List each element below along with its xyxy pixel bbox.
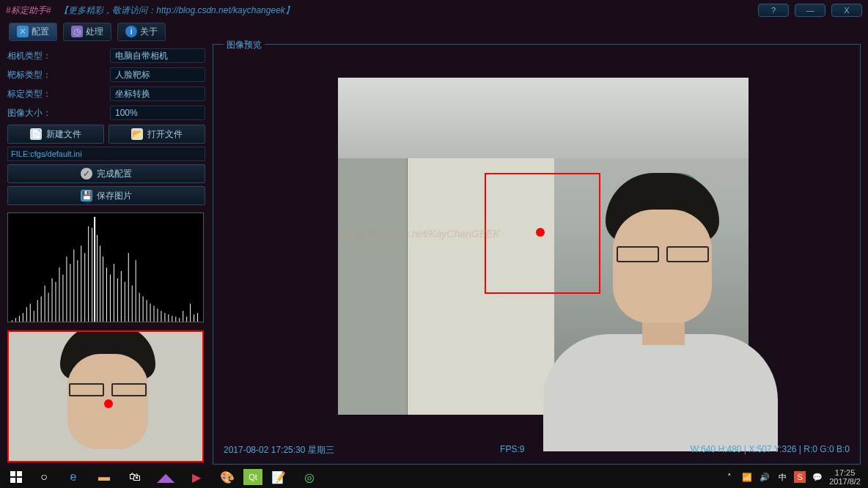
svg-rect-1 bbox=[12, 320, 12, 322]
svg-rect-12 bbox=[52, 278, 53, 322]
app-icon-1[interactable]: ▶ bbox=[182, 467, 211, 487]
open-file-icon: 📂 bbox=[131, 128, 143, 140]
face-point-icon bbox=[104, 399, 113, 408]
save-image-button[interactable]: 💾 保存图片 bbox=[7, 186, 205, 205]
histogram-display bbox=[7, 212, 204, 322]
svg-rect-19 bbox=[77, 260, 78, 322]
svg-rect-4 bbox=[23, 313, 23, 322]
svg-rect-28 bbox=[106, 267, 107, 322]
svg-rect-40 bbox=[150, 303, 151, 322]
toolbar: ✕ 配置 ◷ 处理 i 关于 bbox=[0, 21, 868, 42]
new-file-button[interactable]: 📄 新建文件 bbox=[7, 125, 104, 144]
edge-icon[interactable]: e bbox=[59, 467, 88, 487]
config-tab[interactable]: ✕ 配置 bbox=[9, 23, 57, 41]
new-file-label: 新建文件 bbox=[46, 128, 81, 141]
taskbar-clock[interactable]: 17:25 2017/8/2 bbox=[829, 468, 861, 486]
svg-rect-7 bbox=[34, 311, 34, 322]
status-bar: 2017-08-02 17:25:30 星期三 FPS:9 W:640 H:48… bbox=[224, 444, 850, 456]
svg-rect-11 bbox=[48, 293, 49, 322]
wifi-icon[interactable]: 📶 bbox=[741, 471, 753, 483]
process-tab[interactable]: ◷ 处理 bbox=[63, 23, 111, 41]
clock-time: 17:25 bbox=[829, 468, 861, 477]
config-tab-label: 配置 bbox=[32, 26, 49, 38]
process-icon: ◷ bbox=[71, 26, 83, 37]
svg-rect-41 bbox=[154, 306, 155, 322]
sogou-icon[interactable]: S bbox=[794, 471, 806, 483]
svg-rect-34 bbox=[128, 253, 129, 322]
svg-rect-42 bbox=[157, 308, 158, 322]
watermark: http://blog.csdn.net/KayChanGEEK bbox=[339, 228, 500, 240]
preview-panel: 图像预览 http://blog.csdn.net/KayChanGEEK 20… bbox=[213, 44, 861, 465]
status-fps: FPS:9 bbox=[500, 444, 524, 456]
svg-rect-26 bbox=[100, 245, 100, 322]
help-button[interactable]: ? bbox=[758, 4, 789, 17]
target-type-select[interactable]: 人脸靶标 bbox=[110, 67, 205, 82]
store-icon[interactable]: 🛍 bbox=[120, 467, 150, 487]
open-file-button[interactable]: 📂 打开文件 bbox=[108, 125, 205, 144]
svg-rect-17 bbox=[70, 264, 70, 322]
tray-up-icon[interactable]: ˄ bbox=[724, 471, 735, 483]
notepad-icon[interactable]: 📝 bbox=[264, 467, 293, 487]
svg-rect-56 bbox=[10, 478, 15, 483]
about-tab-label: 关于 bbox=[140, 26, 158, 38]
about-tab[interactable]: i 关于 bbox=[117, 23, 166, 41]
image-size-label: 图像大小： bbox=[7, 107, 110, 119]
preview-title: 图像预览 bbox=[224, 39, 265, 51]
face-thumbnail bbox=[7, 330, 204, 462]
status-info: W:640 H:480 | X:507 Y:326 | R:0 G:0 B:0 bbox=[691, 444, 850, 456]
svg-rect-39 bbox=[147, 300, 147, 322]
svg-rect-37 bbox=[139, 293, 140, 322]
open-file-label: 打开文件 bbox=[147, 128, 183, 141]
ime-icon[interactable]: 中 bbox=[776, 471, 788, 483]
svg-rect-32 bbox=[121, 271, 122, 322]
svg-rect-51 bbox=[190, 303, 191, 322]
colorwheel-icon[interactable]: 🎨 bbox=[213, 467, 242, 487]
minimize-button[interactable]: — bbox=[795, 4, 825, 17]
calib-type-select[interactable]: 坐标转换 bbox=[110, 86, 205, 101]
cortana-icon[interactable]: ○ bbox=[31, 467, 57, 487]
app-title: #标定助手# bbox=[6, 4, 51, 17]
svg-rect-46 bbox=[172, 316, 172, 322]
action-center-icon[interactable]: 💬 bbox=[812, 471, 823, 483]
svg-rect-50 bbox=[186, 317, 187, 322]
svg-rect-15 bbox=[62, 275, 63, 322]
svg-rect-6 bbox=[30, 303, 31, 322]
svg-rect-55 bbox=[17, 471, 22, 476]
svg-rect-48 bbox=[179, 318, 180, 322]
svg-rect-36 bbox=[136, 260, 136, 322]
start-button[interactable] bbox=[3, 467, 29, 487]
app-icon-2[interactable]: ◎ bbox=[295, 467, 324, 487]
svg-rect-35 bbox=[132, 286, 133, 322]
svg-rect-49 bbox=[183, 311, 183, 322]
svg-rect-9 bbox=[41, 296, 42, 322]
svg-rect-22 bbox=[88, 226, 89, 322]
finish-config-label: 完成配置 bbox=[97, 168, 132, 180]
svg-rect-24 bbox=[94, 217, 95, 322]
svg-rect-47 bbox=[175, 317, 176, 322]
svg-rect-27 bbox=[103, 256, 103, 322]
svg-rect-2 bbox=[15, 318, 16, 322]
process-tab-label: 处理 bbox=[86, 26, 103, 38]
image-size-select[interactable]: 100% bbox=[110, 106, 205, 120]
svg-rect-29 bbox=[110, 275, 111, 322]
save-icon: 💾 bbox=[81, 190, 92, 202]
svg-rect-18 bbox=[73, 249, 74, 322]
volume-icon[interactable]: 🔊 bbox=[759, 471, 770, 483]
app-subtitle: 【更多精彩，敬请访问：http://blog.csdn.net/kaychang… bbox=[59, 4, 293, 17]
svg-rect-20 bbox=[81, 245, 81, 322]
visual-studio-icon[interactable]: ◢◣ bbox=[151, 467, 180, 487]
svg-rect-8 bbox=[37, 300, 38, 322]
status-timestamp: 2017-08-02 17:25:30 星期三 bbox=[224, 444, 334, 456]
svg-rect-54 bbox=[10, 471, 15, 476]
svg-rect-10 bbox=[45, 286, 45, 322]
camera-type-select[interactable]: 电脑自带相机 bbox=[110, 48, 205, 63]
titlebar: #标定助手# 【更多精彩，敬请访问：http://blog.csdn.net/k… bbox=[0, 0, 868, 21]
info-icon: i bbox=[125, 26, 137, 37]
qt-icon[interactable]: Qt bbox=[243, 469, 262, 485]
svg-rect-5 bbox=[26, 307, 27, 322]
close-button[interactable]: X bbox=[831, 4, 862, 17]
svg-rect-23 bbox=[92, 228, 92, 322]
explorer-icon[interactable]: ▬ bbox=[89, 467, 119, 487]
finish-config-button[interactable]: ✓ 完成配置 bbox=[7, 164, 205, 183]
svg-rect-14 bbox=[59, 267, 59, 322]
